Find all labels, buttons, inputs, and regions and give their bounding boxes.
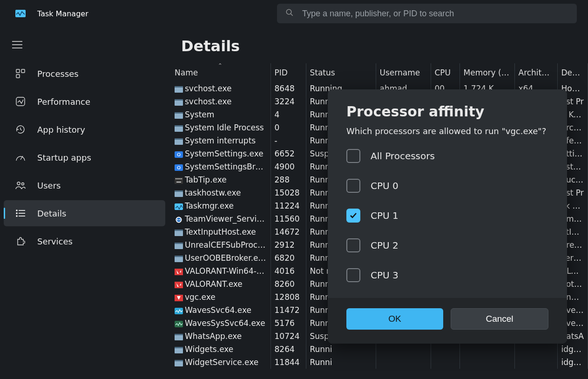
checkbox-row[interactable]: CPU 0 — [346, 179, 548, 193]
cell-name: VALORANT-Win64-S... — [170, 264, 270, 277]
cell-pid: 8264 — [270, 343, 306, 356]
svg-rect-8 — [16, 74, 20, 78]
cell-name: VALORANT.exe — [170, 277, 270, 291]
cancel-button[interactable]: Cancel — [451, 308, 548, 330]
cell-pid: 6820 — [270, 251, 306, 264]
checkbox[interactable] — [346, 149, 360, 163]
checkbox-row[interactable]: CPU 3 — [346, 268, 548, 282]
checkbox-label: CPU 1 — [371, 210, 399, 221]
column-memory[interactable]: Memory (ac... — [460, 63, 514, 82]
table-row[interactable]: WidgetService.exe11844RunniidgetS — [170, 356, 588, 369]
search-input[interactable] — [302, 9, 568, 19]
sidebar-item-startup[interactable]: Startup apps — [4, 144, 165, 170]
svg-rect-37 — [180, 178, 181, 179]
process-icon — [175, 320, 183, 326]
column-status[interactable]: Status — [306, 63, 376, 82]
list-icon — [15, 208, 26, 219]
cell-name: SystemSettings.exe — [170, 147, 270, 160]
cell-name: SystemSettingsBroke... — [170, 160, 270, 173]
checkbox-row[interactable]: CPU 2 — [346, 238, 548, 252]
cell-arch — [514, 343, 557, 356]
column-pid[interactable]: PID — [270, 63, 306, 82]
cell-memory — [460, 343, 514, 356]
cell-name: TabTip.exe — [170, 173, 270, 186]
cell-status: Runni — [306, 356, 376, 369]
checkbox[interactable] — [346, 268, 360, 282]
sidebar-item-users[interactable]: Users — [4, 172, 165, 198]
sidebar-item-label: Services — [37, 237, 73, 246]
table-row[interactable]: Widgets.exe8264Runniidgets — [170, 343, 588, 356]
process-icon — [175, 203, 183, 209]
dialog-title: Processor affinity — [346, 103, 548, 120]
process-icon — [175, 137, 183, 144]
svg-rect-64 — [175, 334, 183, 335]
cell-name: TextInputHost.exe — [170, 225, 270, 238]
process-icon — [175, 98, 183, 105]
cell-pid: 11472 — [270, 304, 306, 317]
column-description[interactable]: Descript — [557, 63, 588, 82]
cell-arch — [514, 356, 557, 369]
checkbox[interactable] — [346, 179, 360, 193]
cell-name: Taskmgr.exe — [170, 199, 270, 212]
checkbox[interactable] — [346, 209, 360, 223]
cell-name: System Idle Process — [170, 121, 270, 134]
svg-point-12 — [22, 183, 24, 185]
cell-username — [376, 343, 431, 356]
svg-rect-28 — [175, 138, 183, 140]
cell-name: taskhostw.exe — [170, 186, 270, 199]
cell-name: UserOOBEBroker.exe — [170, 251, 270, 264]
search-box[interactable] — [277, 4, 577, 23]
cell-pid: 8260 — [270, 277, 306, 291]
checkbox-label: CPU 3 — [371, 270, 399, 281]
hamburger-button[interactable] — [0, 37, 170, 60]
checkbox-row[interactable]: All Processors — [346, 149, 548, 163]
sidebar-item-performance[interactable]: Performance — [4, 88, 165, 115]
process-icon — [175, 255, 183, 261]
ok-button[interactable]: OK — [346, 308, 443, 330]
cell-pid: 4900 — [270, 160, 306, 173]
sidebar-item-details[interactable]: Details — [4, 200, 165, 226]
process-icon — [175, 346, 183, 352]
page-title: Details — [170, 37, 588, 55]
sidebar-item-label: Processes — [37, 69, 79, 79]
process-icon — [175, 242, 183, 248]
users-icon — [15, 180, 26, 191]
svg-point-15 — [16, 216, 17, 217]
cell-desc: idgets — [557, 343, 588, 356]
cell-name: WhatsApp.exe — [170, 330, 270, 343]
process-icon — [175, 216, 183, 222]
sort-ascending-icon: ⌃ — [218, 63, 223, 69]
search-icon — [285, 8, 294, 19]
speed-icon — [15, 152, 26, 163]
cell-pid: 8648 — [270, 82, 306, 95]
sidebar-item-services[interactable]: Services — [4, 228, 165, 254]
cell-username — [376, 356, 431, 369]
checkbox[interactable] — [346, 238, 360, 252]
cell-pid: - — [270, 134, 306, 147]
app-logo-icon — [15, 8, 26, 19]
svg-rect-53 — [175, 269, 183, 275]
svg-rect-7 — [21, 69, 25, 73]
process-icon — [175, 190, 183, 196]
grid-icon — [15, 68, 26, 79]
process-icon — [175, 111, 183, 118]
svg-rect-38 — [181, 178, 182, 179]
column-username[interactable]: Username — [376, 63, 431, 82]
cell-name: TeamViewer_Service.e... — [170, 212, 270, 225]
column-architecture[interactable]: Architec... — [514, 63, 557, 82]
cell-pid: 11560 — [270, 212, 306, 225]
column-cpu[interactable]: CPU — [431, 63, 460, 82]
column-name[interactable]: Name⌃ — [170, 63, 270, 82]
checkbox-row[interactable]: CPU 1 — [346, 209, 548, 223]
svg-rect-68 — [175, 360, 183, 361]
svg-rect-50 — [175, 243, 183, 244]
sidebar-item-processes[interactable]: Processes — [4, 61, 165, 87]
checkbox-label: CPU 2 — [371, 240, 399, 251]
svg-rect-41 — [175, 190, 183, 192]
svg-rect-22 — [175, 99, 183, 101]
cell-name: System — [170, 108, 270, 121]
sidebar-item-history[interactable]: App history — [4, 116, 165, 142]
cell-pid: 11224 — [270, 199, 306, 212]
dialog-subtitle: Which processors are allowed to run "vgc… — [346, 126, 548, 136]
process-icon — [175, 176, 183, 183]
